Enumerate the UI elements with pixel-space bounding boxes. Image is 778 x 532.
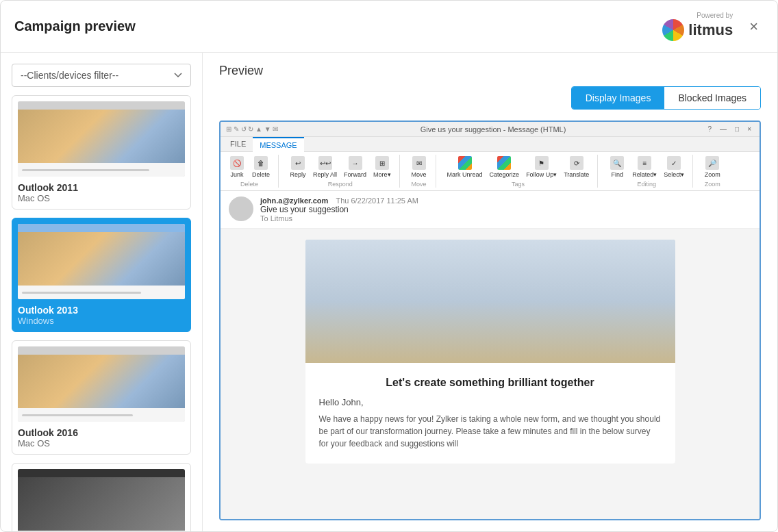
preview-card-outlook2011[interactable]: Outlook 2011 Mac OS [12, 95, 191, 210]
email-content-area: Let's create something brilliant togethe… [221, 229, 760, 474]
email-body: john.a@zylker.com Thu 6/22/2017 11:25 AM… [221, 191, 760, 519]
client-filter-select[interactable]: --Clients/devices filter-- [12, 64, 191, 87]
ribbon-group-move-label: Move [412, 181, 427, 188]
preview-thumbnail-outlook2016mac [18, 346, 185, 422]
ribbon-btn-zoom[interactable]: 🔎 Zoom [701, 155, 723, 179]
email-ribbon: FILE MESSAGE 🚫 Junk [221, 137, 760, 191]
toggle-bar: Display Images Blocked Images [219, 86, 761, 110]
preview-thumbnail-other [18, 469, 185, 531]
email-window-title: Give us your suggestion - Message (HTML) [281, 125, 705, 134]
preview-card-outlook2016mac[interactable]: Outlook 2016 Mac OS [12, 340, 191, 455]
ribbon-group-editing-label: Editing [638, 181, 657, 188]
reply-icon: ↩ [291, 156, 305, 170]
find-icon: 🔍 [610, 156, 624, 170]
powered-by-container: Powered by litmus [662, 12, 733, 41]
ribbon-tab-bar: FILE MESSAGE [221, 137, 760, 152]
card-label-outlook2013: Outlook 2013 [18, 305, 185, 316]
litmus-logo-icon [662, 19, 684, 41]
campaign-preview-modal: Campaign preview Powered by litmus × --C… [0, 0, 778, 532]
ribbon-btn-select[interactable]: ✓ Select▾ [661, 155, 687, 179]
card-sub-outlook2016mac: Mac OS [18, 438, 185, 448]
email-to: To Litmus [260, 214, 418, 223]
preview-card-other[interactable] [12, 463, 191, 531]
email-title-bar: ⊞ ✎ ↺ ↻ ▲ ▼ ✉ Give us your suggestion - … [221, 122, 760, 137]
powered-by-text: Powered by [697, 12, 733, 19]
sender-email: john.a@zylker.com [260, 197, 328, 205]
help-button[interactable]: ? [705, 125, 715, 134]
reply-all-icon: ↩↩ [318, 156, 332, 170]
ribbon-group-move: ✉ Move Move [408, 155, 436, 188]
maximize-button[interactable]: × [744, 125, 754, 134]
ribbon-tab-file[interactable]: FILE [223, 137, 253, 151]
related-icon: ≡ [638, 156, 651, 170]
image-toggle-group: Display Images Blocked Images [571, 86, 761, 110]
minimize-button[interactable]: — [717, 125, 729, 134]
mark-icon [458, 156, 472, 170]
email-headline: Let's create something brilliant togethe… [319, 377, 662, 389]
categorize-icon [497, 156, 511, 170]
ribbon-btn-forward[interactable]: → Forward [341, 155, 369, 179]
sender-avatar [229, 197, 253, 221]
follow-up-icon: ⚑ [535, 156, 549, 170]
display-images-button[interactable]: Display Images [572, 87, 665, 109]
ribbon-btn-categorize[interactable]: Categorize [487, 155, 523, 179]
translate-icon: ⟳ [570, 156, 584, 170]
email-subject: Give us your suggestion [260, 205, 418, 214]
email-preview-window: ⊞ ✎ ↺ ↻ ▲ ▼ ✉ Give us your suggestion - … [219, 121, 761, 520]
ribbon-btn-related[interactable]: ≡ Related▾ [629, 155, 660, 179]
ribbon-content-area: 🚫 Junk 🗑 Delete Delete [221, 152, 760, 190]
hero-background [305, 240, 675, 363]
email-meta: john.a@zylker.com Thu 6/22/2017 11:25 AM… [260, 197, 418, 223]
ribbon-group-delete-label: Delete [240, 181, 258, 188]
ribbon-btn-delete[interactable]: 🗑 Delete [249, 155, 273, 179]
ribbon-btn-translate[interactable]: ⟳ Translate [561, 155, 592, 179]
card-sub-outlook2013: Windows [18, 316, 185, 326]
email-text-body: Let's create something brilliant togethe… [305, 363, 675, 464]
junk-icon: 🚫 [230, 156, 244, 170]
sender-date: Thu 6/22/2017 11:25 AM [336, 197, 418, 205]
email-greeting: Hello John, [319, 397, 662, 407]
ribbon-btn-mark[interactable]: Mark Unread [444, 155, 486, 179]
more-icon: ⊞ [375, 156, 389, 170]
preview-thumbnail-outlook2013 [18, 224, 185, 299]
ribbon-btn-reply[interactable]: ↩ Reply [287, 155, 309, 179]
title-bar-controls: ? — □ × [705, 125, 754, 134]
preview-thumbnail-outlook2011 [18, 101, 185, 177]
main-content: Preview Display Images Blocked Images ⊞ … [203, 53, 777, 531]
ribbon-group-editing: 🔍 Find ≡ Related▾ ✓ Select▾ [606, 155, 693, 188]
ribbon-btn-move[interactable]: ✉ Move [408, 155, 430, 179]
sidebar: --Clients/devices filter-- Outlook 2011 … [1, 53, 203, 531]
title-bar-left: ⊞ ✎ ↺ ↻ ▲ ▼ ✉ [226, 125, 281, 133]
card-label-outlook2016mac: Outlook 2016 [18, 427, 185, 438]
select-icon: ✓ [667, 156, 681, 170]
email-paragraph: We have a happy news for you! Zylker is … [319, 413, 662, 450]
ribbon-btn-junk[interactable]: 🚫 Junk [226, 155, 248, 179]
modal-body: --Clients/devices filter-- Outlook 2011 … [1, 53, 777, 531]
litmus-logo: litmus [662, 19, 733, 41]
card-label-outlook2011: Outlook 2011 [18, 182, 185, 193]
card-sub-outlook2011: Mac OS [18, 193, 185, 203]
move-icon: ✉ [412, 156, 426, 170]
preview-section-title: Preview [219, 64, 761, 78]
header-right: Powered by litmus × [662, 12, 764, 41]
modal-title: Campaign preview [14, 18, 136, 34]
ribbon-btn-follow-up[interactable]: ⚑ Follow Up▾ [523, 155, 560, 179]
ribbon-tab-message[interactable]: MESSAGE [253, 137, 303, 152]
hero-image [305, 240, 675, 363]
restore-button[interactable]: □ [732, 125, 742, 134]
ribbon-btn-find[interactable]: 🔍 Find [606, 155, 628, 179]
litmus-logo-text: litmus [688, 21, 733, 39]
ribbon-group-tags: Mark Unread Categorize ⚑ Follow Up▾ [444, 155, 599, 188]
ribbon-btn-more[interactable]: ⊞ More▾ [371, 155, 394, 179]
ribbon-group-tags-label: Tags [512, 181, 525, 188]
zoom-icon: 🔎 [705, 156, 719, 170]
email-hero-section: Let's create something brilliant togethe… [305, 240, 675, 464]
delete-icon: 🗑 [254, 156, 268, 170]
close-button[interactable]: × [744, 15, 764, 38]
ribbon-group-respond: ↩ Reply ↩↩ Reply All → Forward [287, 155, 400, 188]
ribbon-btn-reply-all[interactable]: ↩↩ Reply All [310, 155, 340, 179]
preview-card-outlook2013[interactable]: Outlook 2013 Windows [12, 218, 191, 332]
blocked-images-button[interactable]: Blocked Images [664, 87, 760, 109]
toolbar-icons: ⊞ ✎ ↺ ↻ ▲ ▼ ✉ [226, 125, 278, 133]
ribbon-group-delete: 🚫 Junk 🗑 Delete Delete [226, 155, 279, 188]
